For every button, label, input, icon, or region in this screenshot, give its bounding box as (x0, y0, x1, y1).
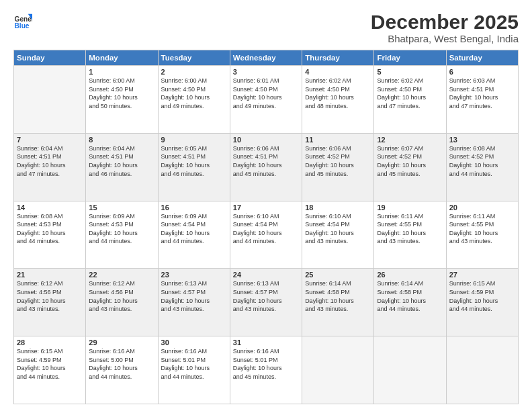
calendar-cell (446, 336, 518, 404)
day-info: Sunrise: 6:14 AM Sunset: 4:58 PM Dayligh… (305, 279, 371, 313)
calendar-cell: 28Sunrise: 6:15 AM Sunset: 4:59 PM Dayli… (14, 336, 86, 404)
calendar-cell: 27Sunrise: 6:15 AM Sunset: 4:59 PM Dayli… (446, 269, 518, 336)
calendar-cell: 21Sunrise: 6:12 AM Sunset: 4:56 PM Dayli… (14, 269, 86, 336)
day-info: Sunrise: 6:09 AM Sunset: 4:54 PM Dayligh… (161, 212, 227, 246)
day-number: 27 (449, 271, 515, 279)
title-block: December 2025 Bhatpara, West Bengal, Ind… (371, 11, 519, 44)
day-number: 11 (305, 136, 371, 144)
day-info: Sunrise: 6:00 AM Sunset: 4:50 PM Dayligh… (89, 77, 154, 110)
calendar-cell: 17Sunrise: 6:10 AM Sunset: 4:54 PM Dayli… (230, 201, 302, 269)
weekday-header-thursday: Thursday (302, 50, 374, 66)
day-number: 21 (17, 271, 83, 279)
weekday-header-saturday: Saturday (446, 50, 518, 66)
calendar-cell (14, 66, 86, 134)
day-number: 1 (89, 68, 154, 76)
header: General Blue December 2025 Bhatpara, Wes… (13, 11, 519, 44)
day-number: 30 (161, 338, 227, 347)
day-info: Sunrise: 6:14 AM Sunset: 4:58 PM Dayligh… (377, 279, 443, 313)
calendar-cell: 24Sunrise: 6:13 AM Sunset: 4:57 PM Dayli… (230, 269, 302, 336)
day-info: Sunrise: 6:16 AM Sunset: 5:00 PM Dayligh… (89, 347, 154, 381)
calendar-cell: 7Sunrise: 6:04 AM Sunset: 4:51 PM Daylig… (14, 133, 86, 201)
calendar-cell: 15Sunrise: 6:09 AM Sunset: 4:53 PM Dayli… (86, 201, 158, 269)
calendar-cell: 19Sunrise: 6:11 AM Sunset: 4:55 PM Dayli… (374, 201, 446, 269)
day-number: 4 (305, 68, 371, 76)
calendar-cell: 16Sunrise: 6:09 AM Sunset: 4:54 PM Dayli… (158, 201, 230, 269)
calendar-cell: 29Sunrise: 6:16 AM Sunset: 5:00 PM Dayli… (86, 336, 158, 404)
calendar-cell: 22Sunrise: 6:12 AM Sunset: 4:56 PM Dayli… (86, 269, 158, 336)
day-number: 2 (161, 68, 227, 76)
day-number: 14 (17, 203, 83, 212)
day-number: 22 (89, 271, 154, 279)
calendar-cell: 5Sunrise: 6:02 AM Sunset: 4:50 PM Daylig… (374, 66, 446, 134)
day-number: 25 (305, 271, 371, 279)
day-info: Sunrise: 6:00 AM Sunset: 4:50 PM Dayligh… (161, 77, 227, 110)
day-number: 7 (17, 136, 83, 144)
day-info: Sunrise: 6:13 AM Sunset: 4:57 PM Dayligh… (233, 279, 299, 313)
day-number: 9 (161, 136, 227, 144)
calendar-cell: 30Sunrise: 6:16 AM Sunset: 5:01 PM Dayli… (158, 336, 230, 404)
day-info: Sunrise: 6:11 AM Sunset: 4:55 PM Dayligh… (449, 212, 515, 246)
page: General Blue December 2025 Bhatpara, Wes… (0, 0, 532, 411)
calendar-cell: 31Sunrise: 6:16 AM Sunset: 5:01 PM Dayli… (230, 336, 302, 404)
day-info: Sunrise: 6:15 AM Sunset: 4:59 PM Dayligh… (17, 347, 83, 381)
calendar-cell: 6Sunrise: 6:03 AM Sunset: 4:51 PM Daylig… (446, 66, 518, 134)
day-number: 23 (161, 271, 227, 279)
calendar-cell: 4Sunrise: 6:02 AM Sunset: 4:50 PM Daylig… (302, 66, 374, 134)
calendar-cell: 10Sunrise: 6:06 AM Sunset: 4:51 PM Dayli… (230, 133, 302, 201)
weekday-header-monday: Monday (86, 50, 158, 66)
subtitle: Bhatpara, West Bengal, India (371, 33, 519, 44)
day-info: Sunrise: 6:06 AM Sunset: 4:51 PM Dayligh… (233, 144, 299, 178)
calendar-cell: 26Sunrise: 6:14 AM Sunset: 4:58 PM Dayli… (374, 269, 446, 336)
calendar-cell: 11Sunrise: 6:06 AM Sunset: 4:52 PM Dayli… (302, 133, 374, 201)
calendar-cell: 23Sunrise: 6:13 AM Sunset: 4:57 PM Dayli… (158, 269, 230, 336)
day-info: Sunrise: 6:16 AM Sunset: 5:01 PM Dayligh… (233, 347, 299, 381)
day-info: Sunrise: 6:04 AM Sunset: 4:51 PM Dayligh… (17, 144, 83, 178)
day-info: Sunrise: 6:09 AM Sunset: 4:53 PM Dayligh… (89, 212, 154, 246)
calendar-cell: 1Sunrise: 6:00 AM Sunset: 4:50 PM Daylig… (86, 66, 158, 134)
week-row-4: 21Sunrise: 6:12 AM Sunset: 4:56 PM Dayli… (14, 269, 519, 336)
week-row-5: 28Sunrise: 6:15 AM Sunset: 4:59 PM Dayli… (14, 336, 519, 404)
calendar-cell: 25Sunrise: 6:14 AM Sunset: 4:58 PM Dayli… (302, 269, 374, 336)
calendar-cell: 9Sunrise: 6:05 AM Sunset: 4:51 PM Daylig… (158, 133, 230, 201)
calendar-cell: 2Sunrise: 6:00 AM Sunset: 4:50 PM Daylig… (158, 66, 230, 134)
calendar-cell: 14Sunrise: 6:08 AM Sunset: 4:53 PM Dayli… (14, 201, 86, 269)
calendar-cell: 3Sunrise: 6:01 AM Sunset: 4:50 PM Daylig… (230, 66, 302, 134)
day-info: Sunrise: 6:11 AM Sunset: 4:55 PM Dayligh… (377, 212, 443, 246)
day-info: Sunrise: 6:06 AM Sunset: 4:52 PM Dayligh… (305, 144, 371, 178)
day-number: 5 (377, 68, 443, 76)
day-number: 15 (89, 203, 154, 212)
day-info: Sunrise: 6:02 AM Sunset: 4:50 PM Dayligh… (305, 77, 371, 110)
day-number: 3 (233, 68, 299, 76)
day-info: Sunrise: 6:10 AM Sunset: 4:54 PM Dayligh… (305, 212, 371, 246)
day-info: Sunrise: 6:03 AM Sunset: 4:51 PM Dayligh… (449, 77, 515, 110)
day-info: Sunrise: 6:12 AM Sunset: 4:56 PM Dayligh… (17, 279, 83, 313)
calendar-cell (302, 336, 374, 404)
day-number: 24 (233, 271, 299, 279)
day-info: Sunrise: 6:15 AM Sunset: 4:59 PM Dayligh… (449, 279, 515, 313)
logo: General Blue (13, 11, 32, 30)
weekday-header-friday: Friday (374, 50, 446, 66)
calendar: SundayMondayTuesdayWednesdayThursdayFrid… (13, 50, 519, 404)
day-number: 18 (305, 203, 371, 212)
day-info: Sunrise: 6:07 AM Sunset: 4:52 PM Dayligh… (377, 144, 443, 178)
day-number: 20 (449, 203, 515, 212)
day-number: 12 (377, 136, 443, 144)
weekday-header-tuesday: Tuesday (158, 50, 230, 66)
day-info: Sunrise: 6:16 AM Sunset: 5:01 PM Dayligh… (161, 347, 227, 381)
day-number: 17 (233, 203, 299, 212)
day-info: Sunrise: 6:12 AM Sunset: 4:56 PM Dayligh… (89, 279, 154, 313)
day-number: 8 (89, 136, 154, 144)
day-info: Sunrise: 6:08 AM Sunset: 4:52 PM Dayligh… (449, 144, 515, 178)
day-number: 19 (377, 203, 443, 212)
day-number: 29 (89, 338, 154, 347)
week-row-1: 1Sunrise: 6:00 AM Sunset: 4:50 PM Daylig… (14, 66, 519, 134)
day-number: 28 (17, 338, 83, 347)
weekday-header-sunday: Sunday (14, 50, 86, 66)
calendar-cell: 20Sunrise: 6:11 AM Sunset: 4:55 PM Dayli… (446, 201, 518, 269)
day-number: 10 (233, 136, 299, 144)
day-info: Sunrise: 6:08 AM Sunset: 4:53 PM Dayligh… (17, 212, 83, 246)
logo-icon: General Blue (13, 11, 32, 30)
calendar-cell: 8Sunrise: 6:04 AM Sunset: 4:51 PM Daylig… (86, 133, 158, 201)
day-info: Sunrise: 6:01 AM Sunset: 4:50 PM Dayligh… (233, 77, 299, 110)
calendar-cell: 12Sunrise: 6:07 AM Sunset: 4:52 PM Dayli… (374, 133, 446, 201)
